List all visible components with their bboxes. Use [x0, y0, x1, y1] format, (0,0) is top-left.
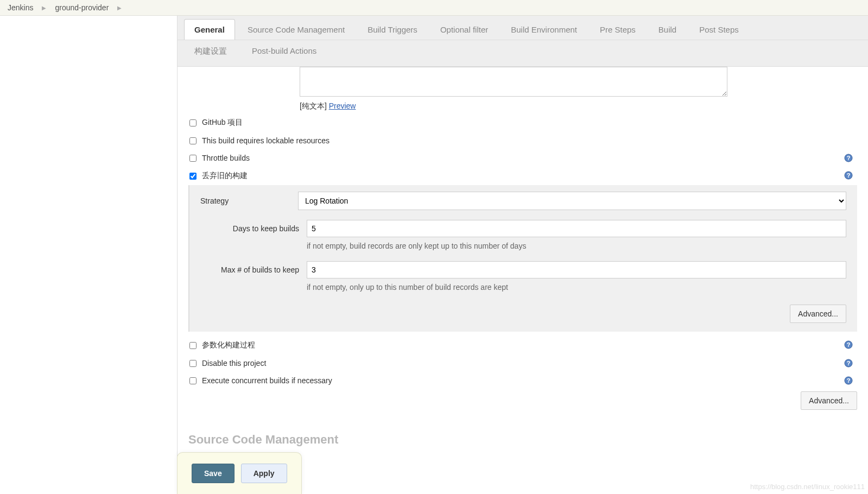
- breadcrumb: Jenkins ▶ ground-provider ▶: [0, 0, 868, 16]
- option-lockable-resources: This build requires lockable resources: [188, 132, 857, 149]
- lockable-label[interactable]: This build requires lockable resources: [202, 136, 330, 145]
- help-icon[interactable]: ?: [844, 340, 853, 349]
- svg-text:?: ?: [847, 172, 851, 179]
- days-to-keep-input[interactable]: [307, 220, 846, 237]
- option-disable-project: Disable this project ?: [188, 354, 857, 372]
- chevron-right-icon: ▶: [117, 5, 122, 11]
- days-to-keep-label: Days to keep builds: [217, 220, 307, 233]
- breadcrumb-project[interactable]: ground-provider: [55, 3, 109, 12]
- tab-build[interactable]: Build: [648, 19, 687, 40]
- throttle-label[interactable]: Throttle builds: [202, 154, 250, 162]
- tab-post-steps[interactable]: Post Steps: [689, 19, 749, 40]
- svg-text:?: ?: [847, 155, 851, 161]
- description-format-label: [纯文本]: [300, 102, 329, 110]
- help-icon[interactable]: ?: [844, 359, 853, 368]
- option-parameterized: 参数化构建过程 ?: [188, 336, 857, 354]
- svg-text:?: ?: [847, 341, 851, 348]
- svg-text:?: ?: [847, 360, 851, 366]
- help-icon[interactable]: ?: [844, 154, 853, 162]
- throttle-checkbox[interactable]: [189, 155, 197, 162]
- chevron-right-icon: ▶: [42, 5, 46, 11]
- breadcrumb-jenkins[interactable]: Jenkins: [8, 3, 33, 12]
- option-discard-old-builds: 丢弃旧的构建 ?: [188, 167, 857, 185]
- github-project-label[interactable]: GitHub 项目: [202, 118, 243, 128]
- config-tabs-row1: General Source Code Management Build Tri…: [178, 16, 868, 40]
- discard-old-label[interactable]: 丢弃旧的构建: [202, 171, 248, 181]
- help-icon[interactable]: ?: [844, 376, 853, 385]
- preview-link[interactable]: Preview: [329, 102, 356, 110]
- advanced-button-general[interactable]: Advanced...: [801, 391, 857, 410]
- concurrent-label[interactable]: Execute concurrent builds if necessary: [202, 376, 332, 385]
- max-builds-input[interactable]: [307, 261, 846, 278]
- strategy-label: Strategy: [200, 197, 298, 205]
- tab-post-build-actions[interactable]: Post-build Actions: [242, 40, 327, 62]
- sidebar-placeholder: [0, 16, 177, 488]
- disable-checkbox[interactable]: [189, 360, 197, 367]
- tab-build-settings[interactable]: 构建设置: [184, 40, 237, 62]
- parameterized-label[interactable]: 参数化构建过程: [202, 340, 255, 350]
- option-github-project: GitHub 项目: [188, 113, 857, 132]
- max-builds-label: Max # of builds to keep: [217, 261, 307, 274]
- disable-label[interactable]: Disable this project: [202, 359, 266, 368]
- concurrent-checkbox[interactable]: [189, 377, 197, 384]
- tab-scm[interactable]: Source Code Management: [237, 19, 355, 40]
- floating-action-bar: Save Apply: [177, 452, 302, 488]
- tab-general[interactable]: General: [184, 19, 235, 40]
- svg-text:?: ?: [847, 377, 851, 384]
- lockable-checkbox[interactable]: [189, 137, 197, 144]
- apply-button[interactable]: Apply: [241, 464, 287, 483]
- config-tabs-row2: 构建设置 Post-build Actions: [178, 40, 868, 67]
- tab-build-triggers[interactable]: Build Triggers: [357, 19, 428, 40]
- discard-old-config: Strategy Log Rotation Days to keep build…: [188, 185, 857, 332]
- max-builds-hint: if not empty, only up to this number of …: [307, 283, 846, 292]
- config-form: General Source Code Management Build Tri…: [177, 16, 868, 488]
- tab-pre-steps[interactable]: Pre Steps: [590, 19, 646, 40]
- advanced-button[interactable]: Advanced...: [790, 305, 846, 323]
- description-hint: [纯文本] Preview: [300, 102, 857, 111]
- strategy-select[interactable]: Log Rotation: [298, 192, 846, 210]
- tab-optional-filter[interactable]: Optional filter: [430, 19, 498, 40]
- option-concurrent-builds: Execute concurrent builds if necessary ?: [188, 372, 857, 389]
- help-icon[interactable]: ?: [844, 171, 853, 180]
- tab-build-environment[interactable]: Build Environment: [500, 19, 587, 40]
- parameterized-checkbox[interactable]: [189, 342, 197, 349]
- discard-old-checkbox[interactable]: [189, 173, 197, 180]
- days-to-keep-hint: if not empty, build records are only kep…: [307, 242, 846, 250]
- save-button[interactable]: Save: [192, 464, 235, 483]
- section-heading-scm: Source Code Management: [178, 423, 868, 447]
- github-project-checkbox[interactable]: [189, 119, 197, 126]
- option-throttle-builds: Throttle builds ?: [188, 149, 857, 167]
- description-textarea[interactable]: [300, 67, 727, 97]
